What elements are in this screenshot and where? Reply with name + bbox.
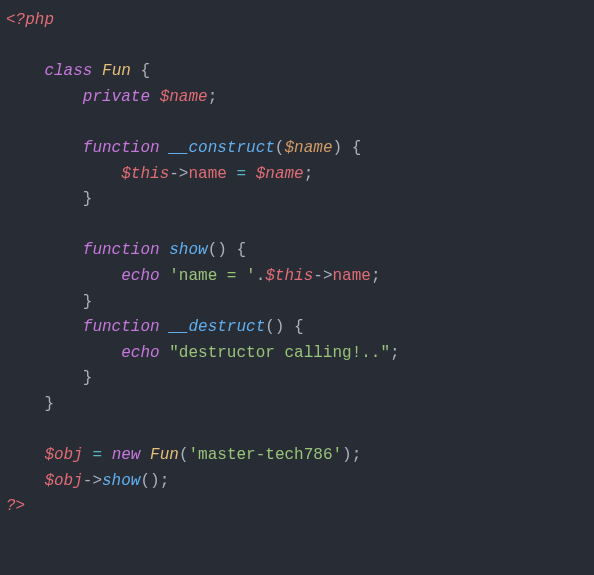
arrow: -> (169, 165, 188, 183)
string-literal: 'name = ' (169, 267, 255, 285)
paren: ) (332, 139, 342, 157)
fn-show: show (169, 241, 207, 259)
brace: } (83, 190, 93, 208)
var-name: $name (160, 88, 208, 106)
brace: { (140, 62, 150, 80)
var-this: $this (265, 267, 313, 285)
var-obj: $obj (44, 472, 82, 490)
fn-construct: __construct (169, 139, 275, 157)
php-open-tag: <?php (6, 11, 54, 29)
semicolon: ; (160, 472, 170, 490)
arrow: -> (83, 472, 102, 490)
op-assign: = (236, 165, 246, 183)
op-assign: = (92, 446, 102, 464)
paren: ) (342, 446, 352, 464)
brace: } (44, 395, 54, 413)
paren: ( (140, 472, 150, 490)
prop-name: name (188, 165, 226, 183)
brace: } (83, 369, 93, 387)
kw-echo: echo (121, 344, 159, 362)
paren: ) (275, 318, 285, 336)
kw-function: function (83, 241, 160, 259)
php-close-tag: ?> (6, 497, 25, 515)
paren: ) (150, 472, 160, 490)
semicolon: ; (352, 446, 362, 464)
kw-private: private (83, 88, 150, 106)
kw-function: function (83, 318, 160, 336)
class-name: Fun (150, 446, 179, 464)
code-block: <?php class Fun { private $name; functio… (6, 8, 588, 520)
prop-name: name (332, 267, 370, 285)
string-literal: "destructor calling!.." (169, 344, 390, 362)
var-this: $this (121, 165, 169, 183)
fn-destruct: __destruct (169, 318, 265, 336)
kw-class: class (44, 62, 92, 80)
kw-echo: echo (121, 267, 159, 285)
paren: ( (208, 241, 218, 259)
var-obj: $obj (44, 446, 82, 464)
paren: ( (265, 318, 275, 336)
semicolon: ; (208, 88, 218, 106)
semicolon: ; (371, 267, 381, 285)
brace: { (294, 318, 304, 336)
paren: ) (217, 241, 227, 259)
semicolon: ; (390, 344, 400, 362)
semicolon: ; (304, 165, 314, 183)
fn-show: show (102, 472, 140, 490)
brace: { (236, 241, 246, 259)
brace: } (83, 293, 93, 311)
kw-function: function (83, 139, 160, 157)
brace: { (352, 139, 362, 157)
kw-new: new (112, 446, 141, 464)
class-name: Fun (102, 62, 131, 80)
arrow: -> (313, 267, 332, 285)
string-literal: 'master-tech786' (188, 446, 342, 464)
var-name: $name (256, 165, 304, 183)
dot: . (256, 267, 266, 285)
param-name: $name (284, 139, 332, 157)
